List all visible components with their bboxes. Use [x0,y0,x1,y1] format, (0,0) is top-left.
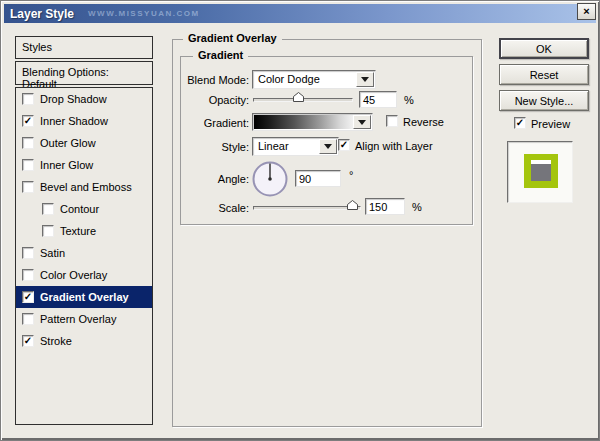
effect-row[interactable]: Satin [16,242,152,264]
align-with-layer-checkbox[interactable]: ✓ [338,139,350,151]
ok-button[interactable]: OK [499,38,589,59]
effect-checkbox[interactable] [42,203,54,215]
opacity-unit: % [404,94,414,106]
effect-row[interactable]: Texture [16,220,152,242]
scale-slider[interactable] [253,206,361,210]
blend-mode-dropdown-button[interactable] [356,72,374,87]
effect-label: Satin [40,247,65,259]
gradient-group-title: Gradient [193,49,248,61]
reverse-label: Reverse [403,116,444,128]
chevron-down-icon [358,120,366,125]
effect-row[interactable]: Contour [16,198,152,220]
effect-label: Contour [60,203,99,215]
effect-checkbox[interactable]: ✓ [22,115,34,127]
effect-checkbox[interactable] [42,225,54,237]
effect-label: Gradient Overlay [40,291,129,303]
effect-label: Texture [60,225,96,237]
effect-label: Color Overlay [40,269,107,281]
preview-label: Preview [531,118,570,130]
effect-label: Inner Shadow [40,115,108,127]
preview-checkbox[interactable]: ✓ [514,117,526,129]
effect-checkbox[interactable] [22,247,34,259]
titlebar: Layer Style WWW.MISSYUAN.COM [4,4,596,23]
watermark-text: WWW.MISSYUAN.COM [88,9,200,18]
opacity-slider-thumb[interactable] [293,92,304,102]
align-with-layer-label: Align with Layer [355,140,433,152]
reset-button[interactable]: Reset [499,64,589,85]
angle-label: Angle: [169,173,249,185]
gradient-dropdown-button[interactable] [353,115,371,129]
close-icon: × [583,6,589,17]
chevron-down-icon [324,144,332,149]
styles-label: Styles [16,37,152,57]
effect-checkbox[interactable] [22,313,34,325]
opacity-input[interactable]: 45 [359,91,397,108]
effect-row[interactable]: Outer Glow [16,132,152,154]
angle-unit: ° [349,169,353,181]
opacity-label: Opacity: [169,94,249,106]
scale-label: Scale: [169,202,249,214]
new-style-button[interactable]: New Style... [499,90,589,111]
scale-unit: % [412,201,422,213]
effect-label: Stroke [40,335,72,347]
effect-label: Pattern Overlay [40,313,116,325]
sidebar-item-blending-options[interactable]: Blending Options: Default [15,61,153,85]
gradient-swatch[interactable] [252,113,373,131]
effect-label: Inner Glow [40,159,93,171]
effect-label: Outer Glow [40,137,96,149]
effect-row[interactable]: Drop Shadow [16,88,152,110]
angle-dial[interactable] [251,160,289,200]
style-value: Linear [258,140,289,152]
gradient-label: Gradient: [169,117,249,129]
effect-row[interactable]: Color Overlay [16,264,152,286]
opacity-slider[interactable] [253,98,353,102]
effect-checkbox[interactable] [22,181,34,193]
blend-mode-select[interactable]: Color Dodge [252,70,376,89]
effect-row[interactable]: ✓ Gradient Overlay [16,286,152,308]
effect-label: Bevel and Emboss [40,181,132,193]
effect-checkbox[interactable]: ✓ [22,335,34,347]
reverse-checkbox[interactable] [386,115,398,127]
angle-input[interactable]: 90 [295,170,341,187]
blend-mode-label: Blend Mode: [169,74,249,86]
style-dropdown-button[interactable] [319,139,337,154]
effect-row[interactable]: ✓ Inner Shadow [16,110,152,132]
window-title: Layer Style [10,7,74,21]
effect-row[interactable]: Pattern Overlay [16,308,152,330]
effect-checkbox[interactable] [22,137,34,149]
effect-checkbox[interactable]: ✓ [22,291,34,303]
effects-list: Drop Shadow ✓ Inner Shadow Outer Glow In… [15,87,153,425]
style-label: Style: [169,141,249,153]
effect-row[interactable]: ✓ Stroke [16,330,152,352]
close-button[interactable]: × [577,3,596,20]
layer-style-dialog: Layer Style WWW.MISSYUAN.COM × Styles Bl… [0,0,600,441]
effect-label: Drop Shadow [40,93,107,105]
preview-stroke-square [524,154,558,188]
effect-row[interactable]: Inner Glow [16,154,152,176]
panel-title: Gradient Overlay [183,32,282,44]
scale-input[interactable]: 150 [365,198,405,215]
effect-checkbox[interactable] [22,93,34,105]
sidebar-item-styles[interactable]: Styles [15,36,153,59]
effect-checkbox[interactable] [22,269,34,281]
chevron-down-icon [361,77,369,82]
preview-gradient-square [531,160,551,181]
blend-mode-value: Color Dodge [258,73,320,85]
effect-row[interactable]: Bevel and Emboss [16,176,152,198]
style-preview-thumbnail [507,141,573,203]
gradient-preview-bar [254,115,355,129]
scale-slider-thumb[interactable] [347,200,358,210]
effect-checkbox[interactable] [22,159,34,171]
style-select[interactable]: Linear [252,137,339,156]
